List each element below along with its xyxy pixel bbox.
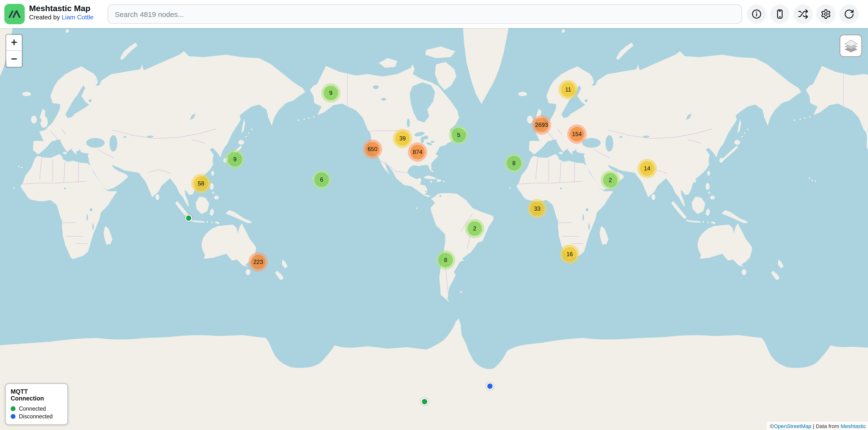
cluster-marker[interactable]: 874 (408, 142, 427, 162)
cluster-marker[interactable]: 33 (527, 199, 547, 219)
zoom-control: + − (5, 34, 23, 68)
meshtastic-link[interactable]: Meshtastic (841, 423, 866, 429)
cluster-marker[interactable]: 39 (393, 129, 412, 148)
legend-item: Disconnected (11, 414, 62, 419)
cluster-marker[interactable]: 5 (449, 125, 468, 145)
mobile-app-button[interactable] (770, 4, 789, 24)
settings-button[interactable] (816, 4, 836, 24)
legend-dot (11, 414, 16, 419)
meshtastic-logo-icon (6, 6, 23, 22)
world-map-svg (0, 28, 868, 430)
cluster-marker[interactable]: 6 (312, 170, 331, 189)
info-icon (751, 9, 762, 20)
cluster-marker[interactable]: 2693 (532, 115, 551, 135)
zoom-out-button[interactable]: − (6, 51, 22, 67)
node-marker-disconnected[interactable] (486, 382, 493, 390)
shuffle-icon (798, 9, 808, 20)
search-input[interactable] (107, 4, 742, 24)
cluster-marker[interactable]: 16 (560, 244, 579, 264)
cluster-marker[interactable]: 2 (600, 170, 620, 190)
legend-dot (11, 406, 16, 411)
attribution-separator: | Data from (811, 423, 841, 429)
legend-label: Disconnected (19, 414, 53, 419)
cluster-marker[interactable]: 223 (248, 252, 268, 272)
copyright-text: © (770, 423, 774, 429)
app-root: 911269315439650874598145862332816223 + −… (0, 0, 868, 430)
cluster-marker[interactable]: 2 (465, 219, 485, 238)
author-link[interactable]: Liam Cottle (62, 14, 93, 21)
gear-icon (820, 9, 831, 20)
layers-control[interactable] (839, 34, 862, 57)
cluster-marker[interactable]: 8 (504, 154, 524, 173)
node-marker-connected[interactable] (421, 398, 428, 405)
page-subtitle: Created by Liam Cottle (29, 14, 93, 22)
subtitle-text: Created by (29, 14, 62, 21)
legend-label: Connected (19, 406, 46, 411)
refresh-icon (844, 9, 855, 20)
mqtt-connection-legend: MQTT Connection ConnectedDisconnected (5, 383, 68, 425)
legend-title: MQTT Connection (11, 388, 62, 402)
brand-block: Meshtastic Map Created by Liam Cottle (29, 3, 93, 22)
app-logo[interactable] (4, 4, 25, 24)
smartphone-icon (775, 9, 785, 20)
info-button[interactable] (747, 4, 766, 24)
legend-items: ConnectedDisconnected (11, 406, 62, 419)
map-canvas[interactable] (0, 28, 868, 430)
openstreetmap-link[interactable]: OpenStreetMap (774, 423, 811, 429)
node-marker-connected[interactable] (185, 214, 192, 222)
cluster-marker[interactable]: 58 (191, 174, 211, 193)
cluster-marker[interactable]: 650 (363, 139, 382, 159)
cluster-marker[interactable]: 14 (638, 159, 657, 178)
map-attribution: © OpenStreetMap | Data from Meshtastic (767, 422, 868, 430)
cluster-marker[interactable]: 11 (558, 80, 578, 99)
page-title: Meshtastic Map (29, 3, 93, 14)
refresh-button[interactable] (839, 4, 859, 24)
cluster-marker[interactable]: 154 (567, 125, 587, 144)
cluster-marker[interactable]: 9 (321, 83, 341, 103)
cluster-marker[interactable]: 8 (436, 250, 455, 270)
shuffle-button[interactable] (794, 4, 813, 24)
legend-item: Connected (11, 406, 62, 411)
cluster-marker[interactable]: 9 (225, 150, 245, 169)
zoom-in-button[interactable]: + (6, 35, 22, 51)
layers-icon (843, 39, 858, 53)
header-bar: Meshtastic Map Created by Liam Cottle (0, 0, 868, 28)
